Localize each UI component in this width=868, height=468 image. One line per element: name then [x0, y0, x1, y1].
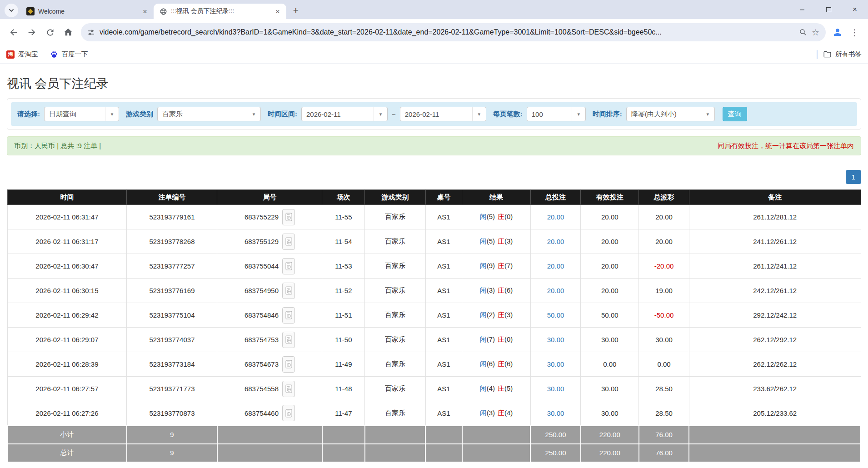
- cell-session: 11-48: [322, 377, 365, 401]
- cell-total-bet-link[interactable]: 20.00: [530, 229, 581, 254]
- footer-valid-bet: 220.00: [581, 426, 639, 444]
- cell-time: 2026-02-11 06:27:26: [7, 401, 127, 426]
- minimize-button[interactable]: –: [789, 0, 815, 19]
- cell-note: 242.12/261.12: [689, 279, 861, 303]
- sort-value: 降幂(由大到小): [627, 110, 701, 119]
- footer-empty-cell: [425, 426, 462, 444]
- video-replay-button[interactable]: [282, 332, 295, 348]
- url-text[interactable]: videoie.com/game/betrecord_search/kind3?…: [100, 28, 794, 36]
- table-row: 2026-02-11 06:29:07523193774037683754753…: [7, 328, 861, 352]
- filter-bar: 请选择: 日期查询 ▾ 游戏类别 百家乐 ▾ 时间区间: 2026-02-11 …: [11, 102, 857, 126]
- home-button[interactable]: [59, 23, 77, 41]
- footer-valid-bet: 220.00: [581, 444, 639, 462]
- cell-game-kind: 百家乐: [365, 229, 425, 254]
- date-start-dropdown[interactable]: 2026-02-11 ▾: [301, 107, 388, 121]
- notice-text: 同局有效投注，统一计算在该局第一张注单内: [718, 142, 854, 150]
- cell-session: 11-50: [322, 328, 365, 352]
- footer-total-bet: 250.00: [530, 426, 581, 444]
- profile-avatar-icon[interactable]: [829, 27, 846, 38]
- cell-total-bet-link[interactable]: 20.00: [530, 254, 581, 279]
- cell-valid-bet: 20.00: [581, 229, 639, 254]
- cell-game-kind: 百家乐: [365, 377, 425, 401]
- video-replay-button[interactable]: [282, 283, 295, 299]
- tab-welcome[interactable]: Welcome ×: [21, 4, 154, 19]
- cell-time: 2026-02-11 06:29:07: [7, 328, 127, 352]
- cell-valid-bet: 20.00: [581, 279, 639, 303]
- cell-total-bet-link[interactable]: 30.00: [530, 377, 581, 401]
- tab-title: :::视讯 会员下注纪录:::: [171, 7, 270, 15]
- cell-total-bet-link[interactable]: 50.00: [530, 303, 581, 328]
- cell-bet-id: 523193775104: [127, 303, 217, 328]
- tab-search-chevron-button[interactable]: [5, 4, 18, 17]
- column-header: 总派彩: [639, 190, 689, 205]
- tab-betrecord[interactable]: :::视讯 会员下注纪录::: ×: [154, 4, 286, 19]
- cell-session: 11-47: [322, 401, 365, 426]
- date-range-label: 时间区间:: [268, 110, 297, 119]
- pagination-page-button[interactable]: 1: [846, 170, 861, 184]
- cell-round-id: 683754460: [217, 401, 322, 426]
- bookmark-star-icon[interactable]: ☆: [812, 27, 819, 38]
- cell-bet-id: 523193774037: [127, 328, 217, 352]
- video-replay-button[interactable]: [282, 258, 295, 274]
- cell-note: 262.12/262.12: [689, 352, 861, 377]
- cell-session: 11-55: [322, 205, 365, 229]
- cell-valid-bet: 30.00: [581, 328, 639, 352]
- cell-total-bet-link[interactable]: 30.00: [530, 328, 581, 352]
- close-tab-icon[interactable]: ×: [141, 7, 149, 16]
- game-kind-label: 游戏类别: [126, 110, 153, 119]
- cell-bet-id: 523193779161: [127, 205, 217, 229]
- zoom-icon[interactable]: [799, 28, 807, 36]
- site-settings-icon[interactable]: [87, 29, 95, 36]
- video-replay-button[interactable]: [282, 381, 295, 397]
- refresh-button[interactable]: [41, 23, 59, 41]
- query-type-value: 日期查询: [45, 110, 105, 119]
- bookmark-baidu[interactable]: 百度一下: [50, 50, 88, 59]
- cell-result: 闲(2)庄(3): [462, 303, 530, 328]
- cell-table-id: AS1: [425, 303, 462, 328]
- close-window-button[interactable]: ×: [842, 0, 868, 19]
- video-replay-icon: [285, 335, 292, 344]
- cell-table-id: AS1: [425, 254, 462, 279]
- cell-payout: -50.00: [639, 303, 689, 328]
- footer-empty-cell: [322, 444, 365, 462]
- url-bar[interactable]: videoie.com/game/betrecord_search/kind3?…: [81, 23, 826, 41]
- cell-total-bet-link[interactable]: 20.00: [530, 205, 581, 229]
- video-replay-button[interactable]: [282, 209, 295, 225]
- column-header: 时间: [7, 190, 127, 205]
- video-replay-button[interactable]: [282, 307, 295, 324]
- cell-result: 闲(3)庄(4): [462, 401, 530, 426]
- query-type-dropdown[interactable]: 日期查询 ▾: [44, 107, 119, 121]
- browser-window: Welcome × :::视讯 会员下注纪录::: × + – ×: [0, 0, 868, 64]
- table-row: 2026-02-11 06:30:47523193777257683755044…: [7, 254, 861, 279]
- window-controls: – ×: [789, 0, 868, 19]
- bookmark-taobao[interactable]: 淘 爱淘宝: [6, 50, 38, 59]
- table-row: 2026-02-11 06:31:17523193778268683755129…: [7, 229, 861, 254]
- cell-total-bet-link[interactable]: 20.00: [530, 279, 581, 303]
- close-tab-icon[interactable]: ×: [274, 7, 282, 16]
- page-size-dropdown[interactable]: 100 ▾: [527, 107, 586, 121]
- game-kind-dropdown[interactable]: 百家乐 ▾: [157, 107, 261, 121]
- round-id-text: 683755129: [244, 238, 279, 245]
- forward-button[interactable]: [23, 23, 41, 41]
- all-bookmarks-button[interactable]: 所有书签: [823, 50, 862, 59]
- search-button[interactable]: 查询: [723, 107, 747, 121]
- chevron-down-icon: ▾: [105, 107, 119, 121]
- cell-total-bet-link[interactable]: 30.00: [530, 352, 581, 377]
- video-replay-icon: [285, 384, 292, 393]
- sort-label: 时间排序:: [593, 110, 622, 119]
- table-row: 2026-02-11 06:30:15523193776169683754950…: [7, 279, 861, 303]
- video-replay-button[interactable]: [282, 234, 295, 250]
- sort-dropdown[interactable]: 降幂(由大到小) ▾: [626, 107, 715, 121]
- video-replay-button[interactable]: [282, 356, 295, 373]
- chevron-down-icon: ▾: [374, 107, 387, 121]
- new-tab-button[interactable]: +: [289, 4, 303, 17]
- cell-valid-bet: 50.00: [581, 303, 639, 328]
- browser-menu-icon[interactable]: ⋮: [846, 27, 863, 38]
- date-end-dropdown[interactable]: 2026-02-11 ▾: [400, 107, 486, 121]
- filter-panel: 请选择: 日期查询 ▾ 游戏类别 百家乐 ▾ 时间区间: 2026-02-11 …: [7, 98, 861, 130]
- back-button[interactable]: [5, 23, 23, 41]
- video-replay-button[interactable]: [282, 405, 295, 421]
- cell-session: 11-52: [322, 279, 365, 303]
- maximize-button[interactable]: [815, 0, 842, 19]
- cell-total-bet-link[interactable]: 30.00: [530, 401, 581, 426]
